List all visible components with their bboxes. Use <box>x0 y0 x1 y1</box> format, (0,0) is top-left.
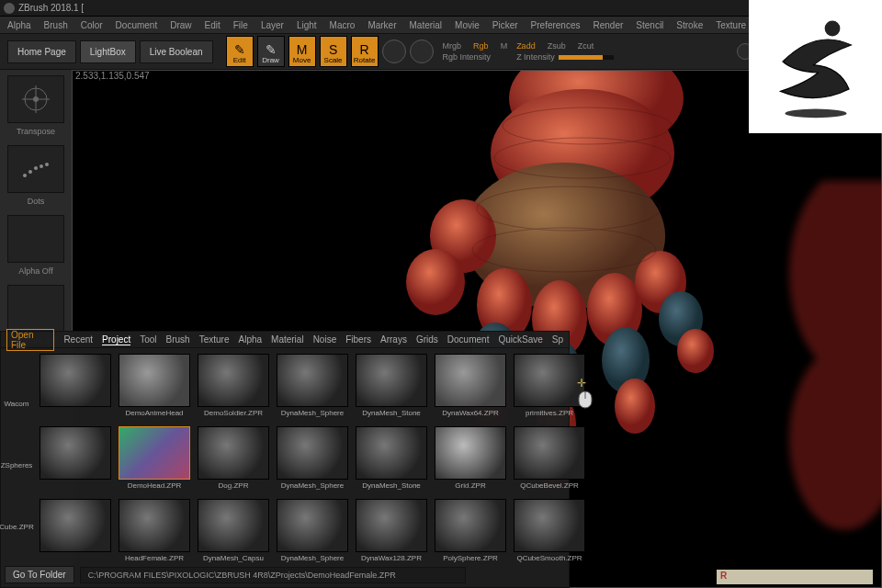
mrgb-label[interactable]: Mrgb <box>443 41 462 51</box>
transpose-label: Transpose <box>17 127 55 136</box>
svg-point-7 <box>40 164 43 168</box>
menu-item[interactable]: Marker <box>368 20 396 30</box>
tab-texture[interactable]: Texture <box>199 334 230 345</box>
menu-item[interactable]: Picker <box>492 20 518 30</box>
zadd-label[interactable]: Zadd <box>516 41 536 51</box>
rotate-mode-button[interactable]: RRotate <box>351 36 379 67</box>
live-boolean-button[interactable]: Live Boolean <box>140 40 213 63</box>
tab-document[interactable]: Document <box>447 334 490 345</box>
tab-grids[interactable]: Grids <box>416 334 438 345</box>
side-zspheres: ZSpheres <box>1 461 33 469</box>
alpha-swatch[interactable] <box>7 215 64 263</box>
edit-icon: ✎ <box>234 43 245 56</box>
lightbox-item-label: DynaWax64.ZPR <box>442 409 499 417</box>
svg-point-36 <box>824 20 840 36</box>
menu-item[interactable]: Document <box>116 20 158 30</box>
go-to-folder-button[interactable]: Go To Folder <box>5 566 74 583</box>
lightbox-item[interactable]: DynaMesh_Stone <box>354 354 429 423</box>
lightbox-item-label: DemoSoldier.ZPR <box>204 409 263 417</box>
menu-item[interactable]: Light <box>297 20 317 30</box>
edit-mode-button[interactable]: ✎Edit <box>226 36 254 67</box>
lightbox-item-label: DynaMesh_Stone <box>362 409 421 417</box>
scale-mode-button[interactable]: SScale <box>320 36 347 67</box>
lightbox-item[interactable]: DynaMesh_Capsu <box>196 499 271 568</box>
lightbox-item-label: DemoHead.ZPR <box>128 481 182 490</box>
tab-brush[interactable]: Brush <box>166 334 190 345</box>
lightbox-item[interactable]: DemoSoldier.ZPR <box>196 354 271 423</box>
lightbox-item[interactable] <box>38 426 113 495</box>
menu-item[interactable]: Material <box>410 20 443 30</box>
menu-item[interactable]: Stencil <box>636 20 663 30</box>
lightbox-item[interactable]: Grid.ZPR <box>433 426 508 495</box>
menu-item[interactable]: Alpha <box>7 20 31 30</box>
tab-fibers[interactable]: Fibers <box>345 334 371 345</box>
transpose-button[interactable] <box>7 75 64 123</box>
tab-quicksave[interactable]: QuickSave <box>498 334 542 345</box>
lightbox-item[interactable]: DynaMesh_Sphere <box>275 426 350 495</box>
menu-item[interactable]: Texture <box>716 20 746 30</box>
menu-item[interactable]: Draw <box>170 20 191 30</box>
svg-point-5 <box>28 170 32 174</box>
menu-item[interactable]: Preferences <box>531 20 581 30</box>
lightbox-item[interactable]: DynaMesh_Stone <box>354 426 429 495</box>
menu-item[interactable]: Layer <box>261 20 284 30</box>
rgb-label[interactable]: Rgb <box>473 41 489 51</box>
menu-item[interactable]: Brush <box>44 20 68 30</box>
home-button[interactable]: Home Page <box>7 40 76 63</box>
cursor-indicator: ✛ <box>577 377 594 410</box>
lightbox-item[interactable]: PolySphere.ZPR <box>433 499 508 568</box>
lightbox-item[interactable]: DemoHead.ZPR <box>117 426 192 495</box>
dots-button[interactable] <box>7 145 64 193</box>
lightbox-item[interactable] <box>38 354 113 423</box>
svg-point-14 <box>406 249 465 315</box>
lightbox-item-label: DynaWax128.ZPR <box>361 554 422 562</box>
lightbox-button[interactable]: LightBox <box>80 40 136 63</box>
menu-item[interactable]: Movie <box>455 20 480 30</box>
move-mode-button[interactable]: MMove <box>288 36 316 67</box>
tab-tool[interactable]: Tool <box>140 334 156 345</box>
lightbox-item[interactable]: DynaMesh_Sphere <box>275 499 350 568</box>
menu-item[interactable]: Render <box>594 20 624 30</box>
lightbox-item[interactable]: DynaWax64.ZPR <box>433 354 508 423</box>
path-field[interactable]: C:\PROGRAM FILES\PIXOLOGIC\ZBRUSH 4R8\ZP… <box>80 567 466 583</box>
zsub-label[interactable]: Zsub <box>548 41 566 51</box>
tab-project[interactable]: Project <box>102 334 130 345</box>
menu-item[interactable]: File <box>233 20 248 30</box>
svg-point-37 <box>785 108 846 118</box>
rgb-intensity-label: Rgb Intensity <box>443 52 492 62</box>
app-title: ZBrush 2018.1 [ <box>18 3 84 13</box>
lightbox-item[interactable]: Dog.ZPR <box>196 426 271 495</box>
z-intensity-slider[interactable] <box>559 55 614 60</box>
draw-mode-button[interactable]: ✎Draw <box>257 36 285 67</box>
tab-noise[interactable]: Noise <box>313 334 337 345</box>
svg-point-8 <box>45 163 49 166</box>
mouse-icon <box>577 390 594 410</box>
status-input[interactable]: R <box>717 570 873 584</box>
m-label[interactable]: M <box>501 41 508 51</box>
lightbox-item[interactable]: QCubeSmooth.ZPR <box>512 499 587 568</box>
lightbox-item[interactable]: QCubeBevel.ZPR <box>512 426 587 495</box>
tab-alpha[interactable]: Alpha <box>238 334 262 345</box>
lightbox-item[interactable]: DynaWax128.ZPR <box>354 499 429 568</box>
zcut-label[interactable]: Zcut <box>578 41 594 51</box>
sphere-icon[interactable] <box>410 40 434 63</box>
tab-material[interactable]: Material <box>271 334 304 345</box>
tab-arrays[interactable]: Arrays <box>380 334 407 345</box>
menu-item[interactable]: Stroke <box>676 20 703 30</box>
lightbox-item[interactable]: DemoAnimeHead <box>117 354 192 423</box>
lightbox-item[interactable]: primitives.ZPR <box>512 354 587 423</box>
lightbox-item[interactable]: HeadFemale.ZPR <box>117 499 192 568</box>
lightbox-item-label: QCubeSmooth.ZPR <box>516 554 582 562</box>
lightbox-item[interactable]: DynaMesh_Sphere <box>275 354 350 423</box>
menu-item[interactable]: Edit <box>205 20 220 30</box>
lightbox-item-label: QCubeBevel.ZPR <box>520 481 579 490</box>
tab-open-file[interactable]: Open File <box>6 329 54 351</box>
menu-item[interactable]: Macro <box>330 20 356 30</box>
alpha-off-label: Alpha Off <box>18 266 52 276</box>
tab-sp[interactable]: Sp <box>552 334 563 345</box>
tab-recent[interactable]: Recent <box>63 334 93 345</box>
menu-item[interactable]: Color <box>81 20 103 30</box>
lightbox-item[interactable] <box>38 499 113 568</box>
gyro-icon[interactable] <box>382 40 406 63</box>
texture-swatch[interactable] <box>7 285 64 333</box>
